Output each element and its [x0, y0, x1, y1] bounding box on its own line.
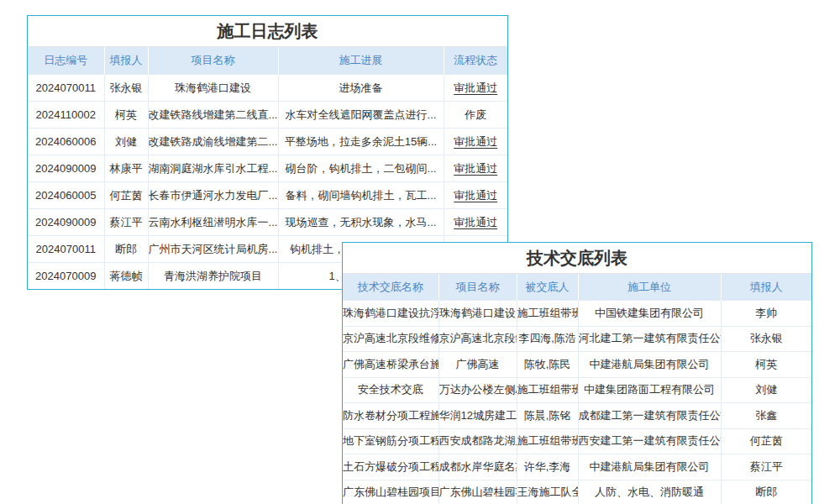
construction-unit-text: 中国铁建集团有限公司	[578, 301, 721, 327]
project-name-link[interactable]: 西安成都路龙湖上...	[438, 428, 517, 454]
log-id-link[interactable]: 2024090009	[28, 155, 104, 182]
reporter-link[interactable]: 张鑫	[721, 403, 811, 429]
status-badge[interactable]: 审批通过	[444, 209, 507, 236]
construction-unit-text: 河北建工第一建筑有限责任公司	[578, 326, 721, 352]
construction-unit-text: 中建港航局集团有限公司	[578, 454, 721, 480]
disclosure-name-link[interactable]: 广佛高速桥梁承台施...	[343, 352, 438, 378]
reporter-link[interactable]: 断郎	[104, 236, 148, 263]
status-badge[interactable]: 审批通过	[444, 182, 507, 209]
column-header: 被交底人	[517, 274, 578, 301]
construction-unit-text: 人防、水电、消防暖通	[578, 480, 721, 504]
log-id-link[interactable]: 2024060006	[28, 129, 104, 155]
table-row: 2024060006刘健改建铁路成渝线增建第二...平整场地，拉走多余泥土15辆…	[28, 129, 507, 155]
log-id-link[interactable]: 2024110002	[28, 102, 104, 129]
construction-unit-text: 中建港航局集团有限公司	[578, 352, 721, 378]
briefed-person-text: 施工班组带班...	[517, 301, 578, 327]
table-row: 2024060005何芷茵长春市伊通河水力发电厂...备料，砌间墙钩机排土，瓦工…	[28, 182, 507, 209]
reporter-link[interactable]: 张永银	[721, 326, 811, 352]
construction-log-title: 施工日志列表	[28, 16, 507, 47]
progress-text: 现场巡查，无积水现象，水马...	[278, 209, 444, 236]
progress-text: 砌台阶，钩机排土，二包砌间...	[278, 155, 444, 182]
reporter-link[interactable]: 李帅	[721, 301, 811, 327]
progress-text: 备料，砌间墙钩机排土，瓦工...	[278, 182, 444, 209]
briefed-person-text: 李四海,陈浩	[517, 326, 578, 352]
project-name-link[interactable]: 广佛高速	[438, 352, 517, 378]
disclosure-name-link[interactable]: 防水卷材分项工程施...	[343, 403, 438, 429]
disclosure-name-link[interactable]: 土石方爆破分项工程...	[343, 454, 438, 480]
status-badge[interactable]: 审批通过	[444, 129, 507, 155]
briefed-person-text: 陈牧,陈民	[517, 352, 578, 378]
reporter-link[interactable]: 刘健	[104, 129, 148, 155]
disclosure-name-link[interactable]: 地下室钢筋分项工程...	[343, 428, 438, 454]
table-row: 京沪高速北京段维修...京沪高速北京段维修李四海,陈浩河北建工第一建筑有限责任公…	[343, 326, 811, 352]
reporter-link[interactable]: 林康平	[104, 155, 148, 182]
project-name-link[interactable]: 珠海鹤港口建设	[148, 75, 278, 102]
project-name-link[interactable]: 广州市天河区统计局机房...	[148, 236, 278, 263]
project-name-link[interactable]: 改建铁路线增建第二线直...	[148, 102, 278, 129]
reporter-link[interactable]: 张永银	[104, 75, 148, 102]
progress-text: 水车对全线遮阳网覆盖点进行...	[278, 102, 444, 129]
project-name-link[interactable]: 云南水利枢纽潜明水库一...	[148, 209, 278, 236]
log-id-link[interactable]: 2024070009	[28, 263, 104, 290]
table-row: 2024090009蔡江平云南水利枢纽潜明水库一...现场巡查，无积水现象，水马…	[28, 209, 507, 236]
project-name-link[interactable]: 长春市伊通河水力发电厂...	[148, 182, 278, 209]
briefed-person-text: 施工班组带班...	[517, 428, 578, 454]
log-id-link[interactable]: 2024070011	[28, 75, 104, 102]
reporter-link[interactable]: 柯英	[721, 352, 811, 378]
log-id-link[interactable]: 2024090009	[28, 209, 104, 236]
project-name-link[interactable]: 湖南洞庭湖水库引水工程...	[148, 155, 278, 182]
column-header: 日志编号	[28, 47, 104, 75]
reporter-link[interactable]: 断郎	[721, 480, 811, 504]
disclosure-name-link[interactable]: 广东佛山碧桂园项目...	[343, 480, 438, 504]
table-row: 广东佛山碧桂园项目...广东佛山碧桂园项目王海施工队全队人防、水电、消防暖通断郎	[343, 480, 811, 504]
table-row: 2024070011张永银珠海鹤港口建设进场准备审批通过	[28, 75, 507, 102]
progress-text: 平整场地，拉走多余泥土15辆...	[278, 129, 444, 155]
reporter-link[interactable]: 何芷茵	[104, 182, 148, 209]
briefed-person-text: 施工班组带班...	[517, 377, 578, 403]
project-name-link[interactable]: 万达办公楼左侧A...	[438, 377, 517, 403]
table-row: 地下室钢筋分项工程...西安成都路龙湖上...施工班组带班...西安建工第一建筑…	[343, 428, 811, 454]
reporter-link[interactable]: 刘健	[721, 377, 811, 403]
tech-disclosure-table: 技术交底名称项目名称被交底人施工单位填报人 珠海鹤港口建设抗浮...珠海鹤港口建…	[343, 274, 811, 504]
construction-unit-text: 中建集团路面工程有限公司	[578, 377, 721, 403]
project-name-link[interactable]: 改建铁路成渝线增建第二...	[148, 129, 278, 155]
disclosure-name-link[interactable]: 珠海鹤港口建设抗浮...	[343, 301, 438, 327]
briefed-person-text: 陈晨,陈铭	[517, 403, 578, 429]
briefed-person-text: 王海施工队全队	[517, 480, 578, 504]
table-row: 安全技术交底万达办公楼左侧A...施工班组带班...中建集团路面工程有限公司刘健	[343, 377, 811, 403]
reporter-link[interactable]: 何芷茵	[721, 428, 811, 454]
construction-unit-text: 成都建工第一建筑有限责任公司	[578, 403, 721, 429]
status-badge[interactable]: 作废	[444, 102, 507, 129]
column-header: 施工单位	[578, 274, 721, 301]
project-name-link[interactable]: 成都水岸华庭名苑...	[438, 454, 517, 480]
status-badge[interactable]: 审批通过	[444, 75, 507, 102]
table-row: 珠海鹤港口建设抗浮...珠海鹤港口建设施工班组带班...中国铁建集团有限公司李帅	[343, 301, 811, 327]
disclosure-name-link[interactable]: 安全技术交底	[343, 377, 438, 403]
reporter-link[interactable]: 蔡江平	[104, 209, 148, 236]
table-row: 防水卷材分项工程施...华润12城房建工...陈晨,陈铭成都建工第一建筑有限责任…	[343, 403, 811, 429]
construction-log-header-row: 日志编号填报人项目名称施工进展流程状态	[28, 47, 507, 75]
table-row: 2024090009林康平湖南洞庭湖水库引水工程...砌台阶，钩机排土，二包砌间…	[28, 155, 507, 182]
reporter-link[interactable]: 蔡江平	[721, 454, 811, 480]
log-id-link[interactable]: 2024060005	[28, 182, 104, 209]
project-name-link[interactable]: 青海洪湖养护院项目	[148, 263, 278, 290]
project-name-link[interactable]: 珠海鹤港口建设	[438, 301, 517, 327]
column-header: 流程状态	[444, 47, 507, 75]
status-badge[interactable]: 审批通过	[444, 155, 507, 182]
table-row: 广佛高速桥梁承台施...广佛高速陈牧,陈民中建港航局集团有限公司柯英	[343, 352, 811, 378]
progress-text: 进场准备	[278, 75, 444, 102]
project-name-link[interactable]: 京沪高速北京段维修	[438, 326, 517, 352]
log-id-link[interactable]: 2024070011	[28, 236, 104, 263]
disclosure-name-link[interactable]: 京沪高速北京段维修...	[343, 326, 438, 352]
project-name-link[interactable]: 华润12城房建工...	[438, 403, 517, 429]
reporter-link[interactable]: 柯英	[104, 102, 148, 129]
briefed-person-text: 许华,李海	[517, 454, 578, 480]
column-header: 项目名称	[438, 274, 517, 301]
reporter-link[interactable]: 蒋德帧	[104, 263, 148, 290]
column-header: 项目名称	[148, 47, 278, 75]
construction-unit-text: 西安建工第一建筑有限责任公司	[578, 428, 721, 454]
project-name-link[interactable]: 广东佛山碧桂园项目	[438, 480, 517, 504]
column-header: 施工进展	[278, 47, 444, 75]
column-header: 填报人	[721, 274, 811, 301]
column-header: 技术交底名称	[343, 274, 438, 301]
